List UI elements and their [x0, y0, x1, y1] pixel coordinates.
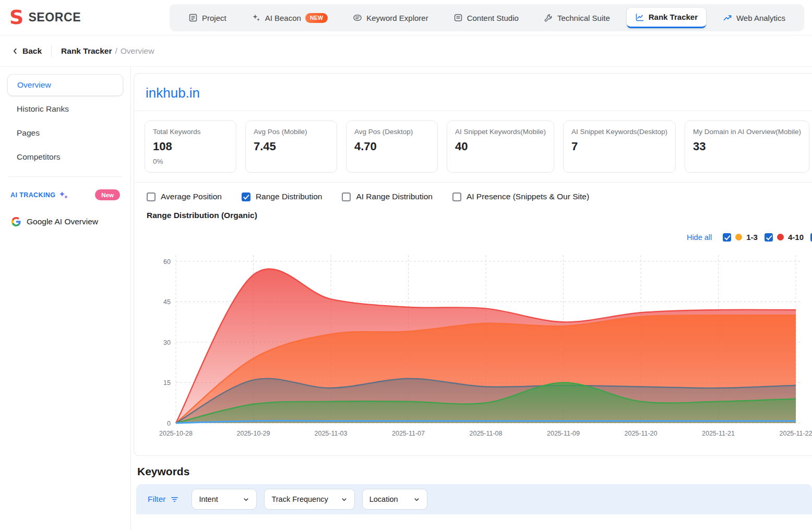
chevron-left-icon [11, 47, 19, 55]
stat-value: 40 [455, 140, 546, 153]
top-bar: S SEORCE Project AI Beacon NEW Keyword E… [0, 0, 812, 35]
nav-item-web-analytics[interactable]: Web Analytics [714, 8, 794, 27]
svg-text:2025-11-09: 2025-11-09 [547, 430, 580, 437]
main-nav: Project AI Beacon NEW Keyword Explorer C… [170, 4, 804, 31]
legend-item-4-10[interactable]: 4-10 [765, 233, 804, 242]
sidebar-item-overview[interactable]: Overview [7, 74, 123, 96]
checkbox[interactable] [452, 192, 461, 201]
breadcrumb-bar: Back Rank Tracker / Overview [0, 35, 812, 67]
sparkles-icon [58, 190, 69, 200]
divider [8, 176, 122, 177]
project-icon [188, 13, 198, 22]
sidebar-item-label: Overview [17, 80, 51, 90]
svg-text:2025-10-28: 2025-10-28 [159, 430, 193, 437]
rank-tracker-icon [635, 13, 644, 22]
brand[interactable]: S SEORCE [9, 8, 81, 26]
nav-item-ai-beacon[interactable]: AI Beacon NEW [243, 8, 337, 28]
stat-label: My Domain in AI Overview(Mobile) [693, 128, 801, 136]
svg-text:0: 0 [167, 420, 171, 427]
stat-sub: 0% [153, 158, 228, 165]
keyword-explorer-icon [353, 13, 362, 22]
nav-item-label: Rank Tracker [649, 13, 698, 21]
svg-text:2025-11-03: 2025-11-03 [314, 430, 347, 437]
legend-checkbox[interactable] [765, 233, 773, 242]
nav-item-label: Keyword Explorer [366, 14, 428, 22]
main-content: inkhub.in Total Keywords 108 0% Avg Pos … [131, 67, 812, 530]
brand-name: SEORCE [28, 10, 81, 25]
filter-dropdown-intent[interactable]: Intent [192, 489, 257, 510]
toggle-ai-presence-snippets-our-site[interactable]: AI Presence (Snippets & Our Site) [452, 192, 589, 201]
breadcrumb-section[interactable]: Rank Tracker [61, 46, 112, 56]
nav-item-content-studio[interactable]: Content Studio [445, 8, 527, 27]
sidebar-item-google-ai-overview[interactable]: Google AI Overview [7, 211, 123, 233]
nav-item-rank-tracker[interactable]: Rank Tracker [627, 8, 706, 28]
filter-dropdown-location[interactable]: Location [362, 489, 427, 510]
svg-text:2025-11-07: 2025-11-07 [392, 430, 425, 437]
legend-label: 4-10 [788, 233, 804, 242]
svg-text:2025-11-08: 2025-11-08 [469, 430, 502, 437]
stat-card-total-keywords: Total Keywords 108 0% [145, 121, 236, 173]
chart-legend: Hide all 1-3 4-10 [145, 233, 812, 242]
filter-button[interactable]: Filter [148, 495, 179, 504]
nav-item-technical-suite[interactable]: Technical Suite [535, 8, 618, 27]
new-badge: NEW [305, 13, 328, 23]
technical-suite-icon [544, 13, 553, 22]
legend-checkbox[interactable] [723, 233, 731, 242]
toggle-range-distribution[interactable]: Range Distribution [242, 192, 323, 201]
stat-label: Avg Pos (Mobile) [254, 128, 329, 136]
chevron-down-icon [341, 496, 348, 503]
toggle-label: AI Presence (Snippets & Our Site) [467, 192, 589, 201]
chart-block: Range Distribution (Organic) Hide all 1-… [134, 204, 812, 455]
new-badge: New [95, 189, 120, 200]
seorce-logo-icon: S [9, 8, 23, 26]
toggle-average-position[interactable]: Average Position [147, 192, 222, 201]
stat-label: Avg Pos (Desktop) [354, 128, 429, 136]
toggles-row: Average Position Range Distribution AI R… [134, 183, 812, 204]
nav-item-label: Project [202, 14, 226, 22]
stat-card-avg-pos-mobile: Avg Pos (Mobile) 7.45 [245, 121, 337, 173]
stat-card-ai-snippet-keywords-desktop: AI Snippet Keywords(Desktop) 7 [563, 121, 676, 173]
sidebar-item-historic-ranks[interactable]: Historic Ranks [7, 98, 123, 120]
checkbox[interactable] [242, 192, 250, 201]
dropdown-value: Intent [199, 495, 218, 503]
stat-label: AI Snippet Keywords(Desktop) [571, 128, 667, 136]
google-icon [11, 217, 21, 226]
filter-dropdown-track-frequency[interactable]: Track Frequency [264, 489, 354, 510]
ai-tracking-label: AI TRACKING [10, 191, 55, 199]
sidebar-item-pages[interactable]: Pages [7, 122, 123, 144]
nav-item-project[interactable]: Project [180, 8, 235, 27]
svg-text:45: 45 [163, 298, 171, 306]
svg-text:2025-10-29: 2025-10-29 [237, 430, 270, 437]
toggle-label: Range Distribution [256, 192, 323, 201]
web-analytics-icon [723, 13, 732, 22]
nav-item-keyword-explorer[interactable]: Keyword Explorer [344, 8, 436, 27]
stat-card-ai-snippet-keywords-mobile: AI Snippet Keywords(Mobile) 40 [447, 121, 554, 173]
filter-dropdowns: Intent Track Frequency Location [192, 489, 427, 510]
hide-all-link[interactable]: Hide all [687, 233, 712, 242]
back-label: Back [22, 46, 42, 56]
ai-beacon-icon [252, 13, 261, 22]
google-ai-overview-label: Google AI Overview [27, 217, 98, 226]
svg-text:2025-11-20: 2025-11-20 [624, 430, 657, 437]
checkbox[interactable] [147, 192, 156, 201]
sidebar-nav: Overview Historic Ranks Pages Competitor… [7, 74, 123, 168]
checkbox[interactable] [342, 192, 351, 201]
divider [51, 45, 52, 57]
sidebar-item-label: Pages [17, 128, 40, 138]
keywords-filter-bar: Filter Intent Track Frequency Location [136, 484, 812, 514]
back-button[interactable]: Back [11, 46, 42, 56]
breadcrumb-separator: / [115, 46, 117, 56]
toggle-ai-range-distribution[interactable]: AI Range Distribution [342, 192, 432, 201]
dropdown-value: Location [369, 495, 398, 503]
stat-label: Total Keywords [153, 128, 228, 136]
stat-value: 108 [153, 140, 228, 153]
stat-card-avg-pos-desktop: Avg Pos (Desktop) 4.70 [346, 121, 438, 173]
stat-card-my-domain-in-ai-overview-mobile: My Domain in AI Overview(Mobile) 33 [685, 121, 809, 173]
stat-label: AI Snippet Keywords(Mobile) [455, 128, 546, 136]
domain-title[interactable]: inkhub.in [134, 74, 812, 111]
legend-item-1-3[interactable]: 1-3 [723, 233, 758, 242]
filter-icon [170, 495, 179, 504]
legend-color-dot [777, 234, 784, 240]
stat-value: 4.70 [354, 140, 429, 153]
sidebar-item-competitors[interactable]: Competitors [7, 146, 123, 168]
